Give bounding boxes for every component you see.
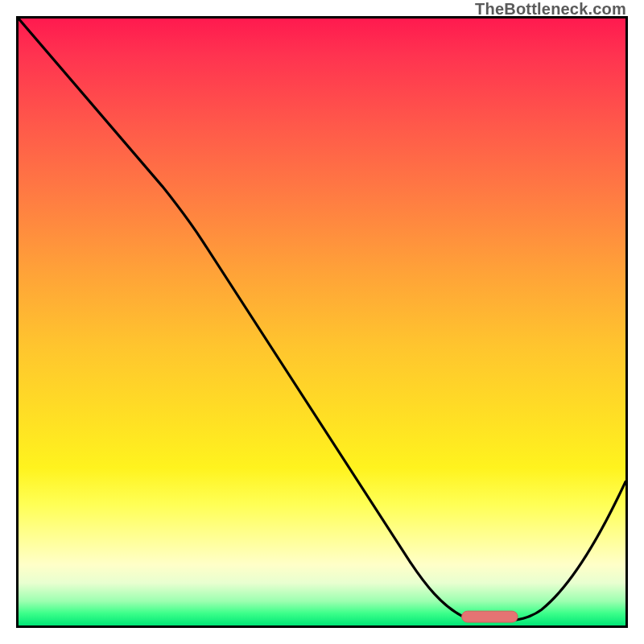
bottleneck-curve — [19, 19, 625, 621]
chart-svg — [19, 19, 625, 625]
plot-area — [16, 16, 628, 628]
chart-container: TheBottleneck.com — [0, 0, 644, 644]
optimal-marker — [462, 611, 518, 622]
